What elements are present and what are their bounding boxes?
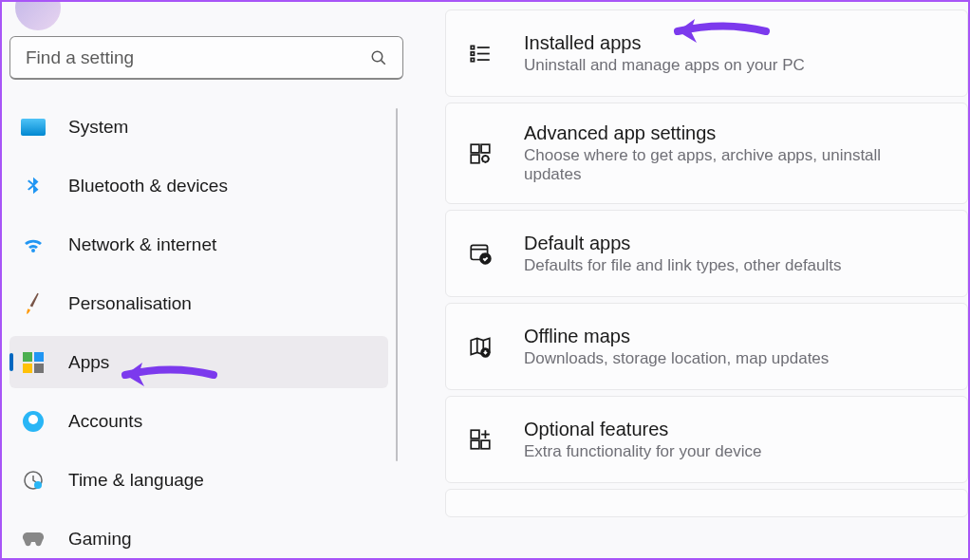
window-check-icon [467,240,494,267]
map-download-icon [467,333,494,360]
sidebar-item-time-language[interactable]: Time & language [9,454,388,506]
main-panel: Installed apps Uninstall and manage apps… [422,2,968,558]
card-desc: Extra functionality for your device [524,442,941,461]
card-advanced-app-settings[interactable]: Advanced app settings Choose where to ge… [445,103,968,204]
card-title: Offline maps [524,326,941,347]
sidebar-item-label: Bluetooth & devices [68,176,228,196]
svg-rect-18 [471,430,479,439]
apps-icon [21,350,46,375]
accounts-icon [21,409,46,434]
card-optional-features[interactable]: Optional features Extra functionality fo… [445,396,968,483]
brush-icon [17,288,48,319]
card-title: Default apps [524,233,941,254]
system-icon [21,115,46,140]
svg-rect-4 [471,46,474,48]
card-desc: Defaults for file and link types, other … [524,256,941,275]
svg-rect-20 [481,440,490,449]
grid-gear-icon [467,140,494,167]
card-desc: Downloads, storage location, map updates [524,349,941,368]
card-title: Advanced app settings [524,122,941,144]
search-input[interactable] [26,47,370,68]
sidebar-item-label: Network & internet [68,234,216,255]
bluetooth-icon [21,174,46,198]
grid-plus-icon [467,426,494,453]
sidebar-item-system[interactable]: System [9,101,388,153]
svg-point-0 [372,51,382,62]
scrollbar[interactable] [396,108,398,461]
card-installed-apps[interactable]: Installed apps Uninstall and manage apps… [445,9,968,97]
avatar[interactable] [15,0,61,30]
card-title: Optional features [524,419,941,440]
card-partial-next[interactable] [445,489,968,517]
svg-rect-10 [471,144,479,153]
list-icon [467,40,494,66]
sidebar-item-network[interactable]: Network & internet [9,218,388,271]
sidebar-item-accounts[interactable]: Accounts [9,395,388,447]
clock-icon [21,468,46,493]
sidebar-item-personalisation[interactable]: Personalisation [9,277,388,329]
wifi-icon [21,233,46,257]
card-default-apps[interactable]: Default apps Defaults for file and link … [445,210,968,297]
gaming-icon [21,527,46,551]
svg-rect-12 [471,155,479,163]
search-box[interactable] [9,36,403,80]
sidebar-item-label: Accounts [68,411,142,432]
sidebar-nav: System Bluetooth & devices Network & int… [9,101,415,560]
sidebar-item-gaming[interactable]: Gaming [9,513,388,560]
svg-rect-19 [471,440,479,449]
svg-line-1 [382,60,385,64]
search-icon [370,49,387,66]
sidebar-item-label: Time & language [68,470,204,491]
card-desc: Choose where to get apps, archive apps, … [524,146,941,184]
sidebar-item-bluetooth[interactable]: Bluetooth & devices [9,159,388,212]
card-offline-maps[interactable]: Offline maps Downloads, storage location… [445,303,968,390]
svg-point-13 [482,156,489,162]
sidebar-item-label: Gaming [68,529,132,550]
svg-rect-5 [471,52,474,55]
svg-rect-6 [471,58,474,61]
svg-rect-11 [481,144,490,153]
card-desc: Uninstall and manage apps on your PC [524,56,941,75]
sidebar-item-apps[interactable]: Apps [9,336,388,388]
card-title: Installed apps [524,32,941,54]
svg-point-3 [34,481,42,489]
sidebar-item-label: Apps [68,352,109,373]
sidebar-item-label: Personalisation [68,293,192,314]
sidebar-item-label: System [68,117,128,138]
